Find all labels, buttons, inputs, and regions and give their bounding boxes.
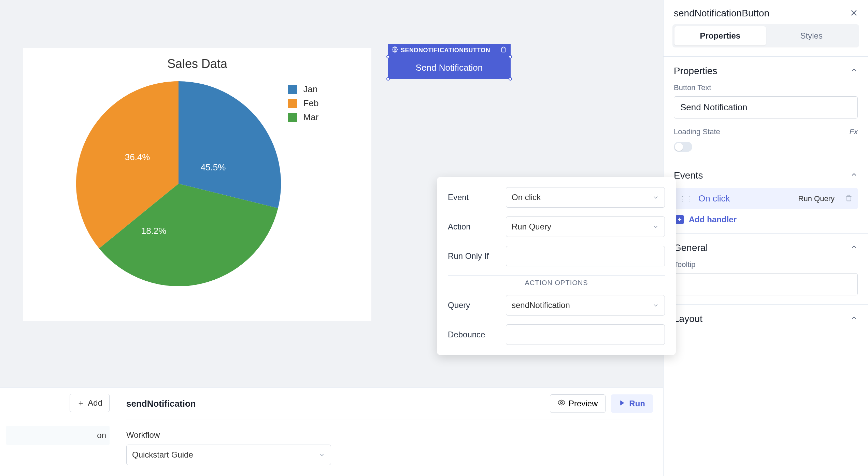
query-select[interactable]: sendNotification (506, 295, 665, 316)
action-options-heading: ACTION OPTIONS (448, 279, 665, 287)
run-button[interactable]: Run (611, 394, 653, 413)
action-select[interactable]: Run Query (506, 216, 665, 237)
button-label: Send Notification (416, 62, 483, 73)
play-icon (619, 399, 626, 408)
workflow-select[interactable]: Quickstart Guide (126, 445, 331, 465)
drag-handle-icon[interactable]: ⋮⋮ (679, 195, 693, 202)
query-label: Query (448, 300, 506, 310)
general-heading: General (674, 242, 708, 253)
section-layout: Layout (664, 304, 868, 338)
workflow-label: Workflow (126, 430, 653, 440)
button-text-label: Button Text (674, 83, 858, 92)
gear-icon[interactable] (392, 46, 398, 54)
resize-handle[interactable] (509, 77, 512, 81)
pie-label-mar: 18.2% (141, 226, 167, 236)
run-only-if-label: Run Only If (448, 251, 506, 261)
resize-handle[interactable] (386, 77, 390, 81)
inspector-sidebar: sendNotificationButton ✕ Properties Styl… (663, 0, 868, 476)
chevron-up-icon[interactable] (850, 171, 858, 180)
chart-legend: Jan Feb Mar (288, 84, 319, 126)
section-events: Events ⋮⋮ On click Run Query + Add handl… (664, 161, 868, 233)
fx-toggle[interactable]: Fx (850, 127, 858, 136)
chart-widget[interactable]: Sales Data 45.5% 36.4% 18.2% (23, 48, 371, 321)
divider (448, 275, 665, 276)
chevron-up-icon[interactable] (850, 314, 858, 324)
event-value: On click (512, 193, 541, 202)
event-handler-row[interactable]: ⋮⋮ On click Run Query (674, 188, 858, 209)
workflow-value: Quickstart Guide (132, 450, 193, 460)
widget-selection-bar[interactable]: SENDNOTIFICATIONBUTTON (388, 44, 511, 56)
event-name: On click (698, 193, 730, 204)
svg-marker-2 (621, 401, 625, 406)
inspector-title: sendNotificationButton (674, 8, 769, 19)
legend-swatch-jan (288, 85, 297, 94)
debounce-label: Debounce (448, 330, 506, 339)
legend-label-mar: Mar (303, 112, 319, 123)
tooltip-label: Tooltip (674, 260, 858, 269)
events-heading: Events (674, 170, 703, 181)
layout-heading: Layout (674, 313, 702, 324)
resize-handle[interactable] (509, 55, 512, 58)
resize-handle[interactable] (386, 55, 390, 58)
chevron-down-icon (652, 302, 659, 309)
legend-label-jan: Jan (303, 84, 318, 95)
chevron-down-icon (652, 194, 659, 201)
pie-label-feb: 36.4% (125, 152, 150, 163)
trash-icon[interactable] (500, 46, 507, 54)
svg-point-0 (394, 49, 396, 51)
tab-styles[interactable]: Styles (766, 26, 857, 45)
add-handler-label: Add handler (689, 215, 737, 224)
run-label: Run (629, 399, 645, 408)
event-select[interactable]: On click (506, 187, 665, 208)
chevron-up-icon[interactable] (850, 66, 858, 76)
preview-button[interactable]: Preview (550, 394, 606, 413)
section-properties: Properties Button Text Loading State Fx (664, 56, 868, 161)
debounce-input[interactable] (506, 324, 665, 345)
query-panel: ＋ Add on sendNotification Preview (0, 387, 663, 476)
chevron-down-icon (652, 223, 659, 230)
loading-state-toggle[interactable] (674, 142, 692, 152)
pie-label-jan: 45.5% (201, 162, 226, 173)
trash-icon[interactable] (845, 195, 852, 203)
section-general: General Tooltip (664, 233, 868, 304)
svg-point-1 (560, 402, 563, 404)
chevron-down-icon (318, 451, 325, 458)
tooltip-input[interactable] (674, 273, 858, 295)
inspector-tabs: Properties Styles (672, 24, 859, 47)
properties-heading: Properties (674, 66, 717, 76)
plus-icon: ＋ (77, 397, 85, 408)
query-value: sendNotification (512, 300, 570, 310)
legend-swatch-feb (288, 99, 297, 108)
plus-icon: + (675, 215, 684, 224)
eye-icon (558, 399, 565, 408)
add-handler-button[interactable]: + Add handler (674, 215, 858, 224)
loading-state-label: Loading State (674, 127, 720, 136)
add-label: Add (88, 398, 102, 408)
send-notification-button[interactable]: Send Notification (388, 56, 511, 79)
tab-properties[interactable]: Properties (674, 26, 766, 45)
action-value: Run Query (512, 222, 551, 232)
run-only-if-input[interactable] (506, 246, 665, 266)
close-icon[interactable]: ✕ (850, 8, 858, 19)
query-name: sendNotification (126, 398, 196, 409)
selected-widget[interactable]: SENDNOTIFICATIONBUTTON Send Notification (388, 44, 511, 79)
preview-label: Preview (569, 399, 598, 408)
chart-title: Sales Data (30, 57, 365, 71)
query-list-item[interactable]: on (6, 426, 110, 445)
button-text-input[interactable] (674, 96, 858, 118)
widget-tag-label: SENDNOTIFICATIONBUTTON (401, 47, 490, 54)
chevron-up-icon[interactable] (850, 243, 858, 253)
pie-chart: 45.5% 36.4% 18.2% (76, 81, 281, 286)
event-label: Event (448, 193, 506, 202)
legend-swatch-mar (288, 113, 297, 122)
event-editor-popover: Event On click Action Run Query (437, 177, 676, 355)
canvas[interactable]: Sales Data 45.5% 36.4% 18.2% (0, 0, 663, 476)
event-action: Run Query (798, 194, 835, 203)
legend-label-feb: Feb (303, 98, 319, 109)
add-query-button[interactable]: ＋ Add (70, 394, 110, 412)
action-label: Action (448, 222, 506, 232)
